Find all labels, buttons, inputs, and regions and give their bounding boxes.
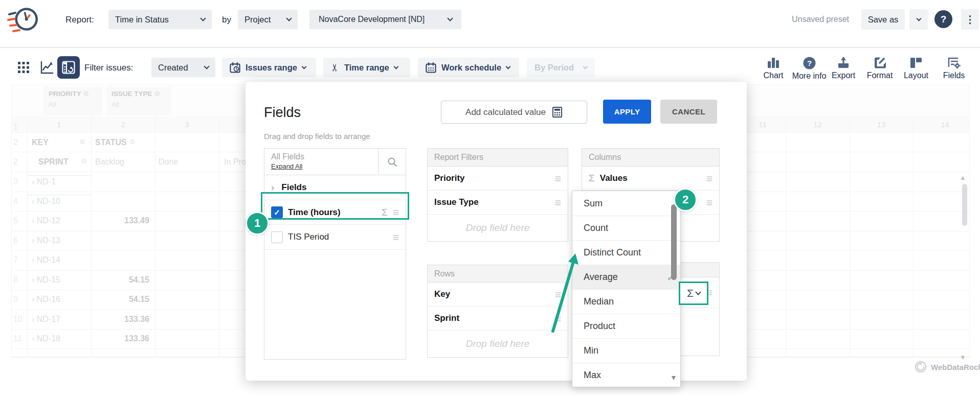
kebab-menu-button[interactable]: ⋮ [961, 9, 979, 30]
cancel-button[interactable]: CANCEL [660, 100, 717, 124]
expand-all-link[interactable]: Expand All [271, 162, 378, 170]
export-action-button[interactable]: Export [827, 56, 860, 80]
gear-icon[interactable]: ⚙ [129, 138, 136, 146]
layout-icon [909, 56, 923, 69]
expander-icon[interactable]: › [32, 236, 34, 245]
scroll-up-icon[interactable]: ▲ [960, 174, 966, 181]
row-number: 3 [13, 177, 18, 186]
issue-filter-select[interactable]: Created [151, 58, 215, 77]
drag-handle-icon[interactable]: ≡ [393, 232, 399, 243]
scrollbar-thumb[interactable] [962, 184, 967, 226]
gear-icon[interactable]: ⚙ [81, 157, 87, 165]
fields-action-button[interactable]: Fields [937, 56, 971, 80]
checkbox-unchecked-icon[interactable] [271, 231, 283, 243]
aggregation-option-min[interactable]: Min [572, 338, 680, 363]
status-inprogress: In Pro [224, 157, 246, 167]
apply-button[interactable]: APPLY [603, 100, 651, 124]
aggregation-option-median[interactable]: Median [572, 289, 680, 314]
drag-handle-icon[interactable]: ≡ [706, 197, 712, 208]
expander-icon[interactable]: › [271, 182, 274, 193]
issue-type-filter-chip[interactable]: ISSUE TYPE ⚙ All [106, 86, 171, 115]
issues-range-chip[interactable]: Issues range [222, 58, 316, 77]
grid-line [91, 116, 92, 358]
drag-handle-icon[interactable]: ≡ [706, 173, 712, 184]
annotation-arrow [545, 251, 583, 336]
step2-badge: 2 [674, 188, 697, 212]
scroll-down-icon[interactable]: ▼ [960, 354, 966, 361]
grid-line [913, 116, 914, 358]
table-row[interactable]: › ND-16 [32, 295, 60, 304]
expander-icon[interactable]: › [32, 275, 34, 284]
table-row[interactable]: › ND-10 [32, 197, 60, 206]
save-as-button[interactable]: Save as [861, 9, 905, 30]
expander-icon[interactable]: › [32, 334, 34, 343]
aggregation-option-product[interactable]: Product [572, 314, 680, 338]
option-label: Median [584, 296, 614, 307]
filter-field-priority[interactable]: Priority ≡ [428, 167, 568, 191]
time-range-chip[interactable]: ✂ Time range [323, 58, 410, 77]
pivot-view-button[interactable] [57, 56, 80, 79]
expander-icon[interactable]: › [32, 216, 34, 225]
grid-view-button[interactable] [14, 58, 33, 77]
layout-action-button[interactable]: Layout [899, 56, 933, 80]
table-row[interactable]: › ND-15 [32, 275, 60, 285]
gear-icon[interactable]: ⚙ [79, 138, 85, 146]
row-number: 6 [13, 236, 18, 245]
field-search-button[interactable] [378, 149, 406, 175]
more-info-action-button[interactable]: ? More info [789, 56, 830, 81]
grid-line [850, 116, 850, 358]
priority-filter-chip[interactable]: PRIORITY ⚙ All [43, 86, 102, 115]
table-row[interactable]: › ND-14 [32, 255, 60, 265]
priority-filter-value: All [49, 101, 97, 108]
table-row[interactable]: › ND-12 [32, 216, 60, 225]
expander-icon[interactable]: › [32, 315, 34, 323]
report-type-value: Time in Status [115, 15, 169, 25]
fields-action-label: Fields [943, 71, 965, 80]
work-schedule-chip[interactable]: Work schedule [418, 58, 519, 77]
filter-field-issue-type[interactable]: Issue Type ≡ [428, 191, 568, 215]
field-item-tis-period[interactable]: TIS Period ≡ [264, 224, 406, 250]
field-label: Sprint [434, 313, 459, 323]
expander-icon[interactable]: › [32, 197, 34, 205]
grid-scrollbar[interactable]: ▲ ▼ [958, 174, 970, 363]
aggregation-option-max[interactable]: Max [572, 363, 680, 387]
project-select[interactable]: NovaCore Development [ND] [309, 10, 461, 29]
gear-icon[interactable]: ⚙ [154, 90, 160, 98]
aggregation-option-sum[interactable]: Sum [572, 191, 680, 216]
chevron-down-icon [695, 289, 701, 295]
expander-icon[interactable]: › [32, 295, 34, 303]
report-filters-dropzone[interactable]: Drop field here [428, 215, 568, 241]
chevron-down-icon [286, 15, 292, 21]
webdatarocks-watermark[interactable]: WebDataRocks [915, 361, 980, 373]
chart-view-button[interactable] [37, 57, 57, 78]
chart-action-button[interactable]: Chart [755, 56, 791, 80]
column-number: 2 [91, 120, 155, 129]
step1-number: 1 [254, 217, 260, 230]
dropdown-scrollbar-thumb[interactable] [671, 204, 677, 280]
issue-filter-value: Created [158, 63, 188, 73]
aggregation-option-average[interactable]: Average ✓ [572, 265, 680, 289]
dropdown-scroll-down-icon[interactable]: ▼ [670, 373, 677, 382]
table-row[interactable]: › ND-17 [32, 315, 60, 324]
format-action-button[interactable]: Format [862, 56, 897, 80]
add-calculated-value-button[interactable]: Add calculated value [441, 101, 587, 124]
issue-key: ND-16 [37, 295, 60, 303]
expander-icon[interactable]: › [32, 255, 34, 264]
all-fields-panel: All Fields Expand All › Fields ✓ Time (h… [264, 148, 406, 360]
save-as-dropdown-button[interactable] [909, 9, 928, 30]
table-row[interactable]: › ND-18 [32, 334, 60, 343]
chevron-down-icon [393, 64, 398, 69]
aggregation-option-count[interactable]: Count [572, 216, 680, 240]
issue-type-filter-name: ISSUE TYPE [112, 90, 152, 98]
drag-handle-icon[interactable]: ≡ [555, 173, 561, 184]
cancel-label: CANCEL [672, 107, 705, 116]
gear-icon[interactable]: ⚙ [83, 90, 89, 98]
drag-handle-icon[interactable]: ≡ [555, 197, 561, 208]
report-type-select[interactable]: Time in Status [108, 10, 212, 29]
group-by-select[interactable]: Project [238, 10, 298, 29]
table-row[interactable]: › ND-13 [32, 236, 60, 245]
aggregation-option-distinct-count[interactable]: Distinct Count [572, 240, 680, 265]
aggregation-selector-button[interactable]: Σ [679, 282, 708, 305]
help-button[interactable]: ? [934, 10, 952, 28]
columns-field-values[interactable]: Σ Values ≡ [582, 167, 719, 191]
